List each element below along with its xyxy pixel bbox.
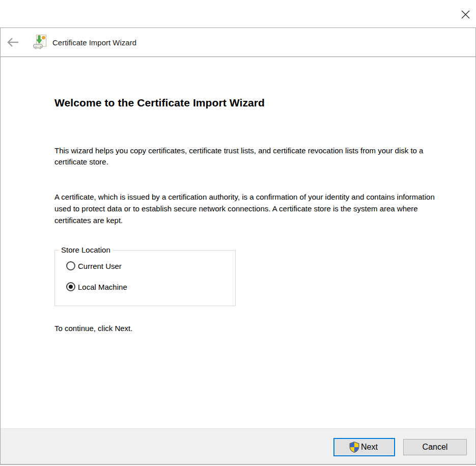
radio-option-local-machine[interactable]: Local Machine bbox=[66, 282, 127, 291]
radio-label-current-user: Current User bbox=[78, 262, 122, 270]
radio-circle-local-machine[interactable] bbox=[66, 282, 75, 291]
back-button[interactable] bbox=[3, 32, 23, 52]
titlebar bbox=[0, 0, 476, 28]
continue-instruction: To continue, click Next. bbox=[54, 324, 132, 333]
close-button[interactable] bbox=[458, 7, 473, 22]
wizard-title: Certificate Import Wizard bbox=[52, 38, 136, 47]
close-icon bbox=[461, 10, 470, 19]
wizard-header: Certificate Import Wizard bbox=[1, 28, 475, 57]
wizard-footer: Next Cancel bbox=[1, 428, 475, 464]
certificate-description-paragraph: A certificate, which is issued by a cert… bbox=[54, 191, 440, 226]
uac-shield-icon bbox=[349, 442, 360, 453]
radio-option-current-user[interactable]: Current User bbox=[66, 261, 122, 270]
cancel-button[interactable]: Cancel bbox=[403, 439, 467, 455]
next-button-label: Next bbox=[361, 443, 378, 452]
page-title: Welcome to the Certificate Import Wizard bbox=[54, 97, 265, 109]
radio-circle-current-user[interactable] bbox=[66, 261, 75, 270]
store-location-label: Store Location bbox=[59, 245, 113, 254]
store-location-groupbox: Store Location Current User Local Machin… bbox=[54, 250, 236, 306]
certificate-import-icon bbox=[33, 35, 46, 50]
radio-label-local-machine: Local Machine bbox=[78, 283, 127, 291]
back-arrow-icon bbox=[6, 37, 19, 47]
next-button[interactable]: Next bbox=[333, 438, 395, 456]
intro-paragraph: This wizard helps you copy certificates,… bbox=[54, 145, 437, 168]
cancel-button-label: Cancel bbox=[423, 443, 448, 452]
certificate-import-wizard-dialog: Certificate Import Wizard Welcome to the… bbox=[0, 28, 476, 465]
wizard-content: Welcome to the Certificate Import Wizard… bbox=[1, 58, 475, 428]
